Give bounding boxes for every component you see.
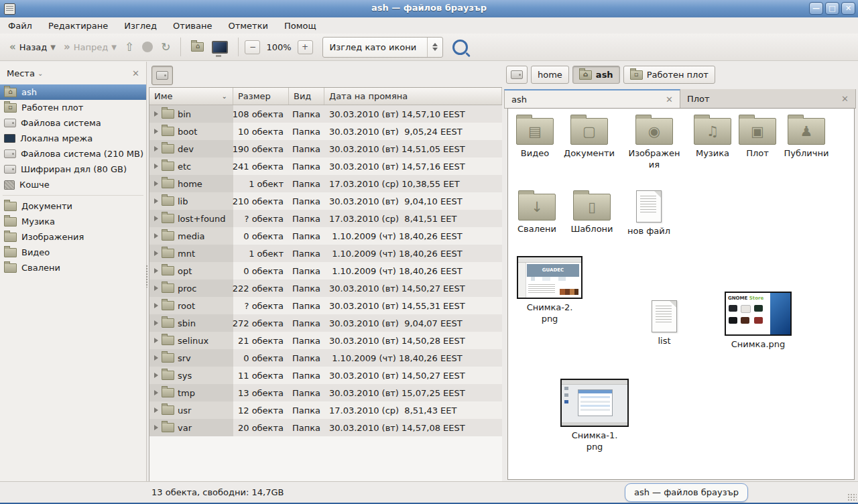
stop-button[interactable]: [138, 39, 157, 55]
expander-icon[interactable]: [154, 198, 158, 204]
file-item-snimka[interactable]: GNOME Store Снимка.png: [726, 292, 790, 351]
menu-file[interactable]: Файл: [7, 19, 34, 32]
expander-icon[interactable]: [154, 111, 158, 117]
expander-icon[interactable]: [154, 216, 158, 221]
sidebar-item-pictures[interactable]: Изображения: [0, 229, 146, 245]
back-button[interactable]: « Назад ▼: [5, 38, 60, 56]
file-item-list[interactable]: list: [632, 300, 696, 347]
zoom-in-button[interactable]: +: [298, 40, 313, 54]
menu-go[interactable]: Отиване: [172, 19, 213, 32]
table-row[interactable]: proc222 обектаПапка30.03.2010 (вт) 14,50…: [149, 279, 502, 297]
tab-ash[interactable]: ash ✕: [504, 89, 680, 108]
expander-icon[interactable]: [154, 286, 158, 291]
sidebar-item-trash[interactable]: Кошче: [0, 177, 146, 192]
table-row[interactable]: lost+found? обектаПапка17.03.2010 (ср) 8…: [149, 210, 502, 227]
sidebar-item-filesystem[interactable]: Файлова система: [0, 115, 146, 131]
sidebar-item-music[interactable]: Музика: [0, 214, 146, 229]
table-row[interactable]: bin108 обектаПапка30.03.2010 (вт) 14,57,…: [149, 105, 502, 123]
pane-splitter[interactable]: [145, 265, 148, 288]
table-row[interactable]: opt0 обектаПапка 1.10.2009 (чт) 18,40,26…: [149, 262, 502, 279]
sidebar-item-documents[interactable]: Документи: [0, 198, 146, 214]
menu-view[interactable]: Изглед: [123, 19, 158, 32]
path-home-button[interactable]: home: [531, 66, 569, 84]
column-header-size[interactable]: Размер: [233, 88, 289, 105]
expander-icon[interactable]: [154, 146, 158, 151]
sidebar-item-videos[interactable]: Видео: [0, 245, 146, 260]
resize-grip[interactable]: [847, 493, 857, 502]
icon-view[interactable]: ▤ Видео ▢ Документи ◉ Изображен ия ♫ Муз…: [507, 108, 855, 480]
table-row[interactable]: selinux21 обектаПапка30.03.2010 (вт) 14,…: [149, 332, 502, 349]
table-row[interactable]: home1 обектПапка17.03.2010 (ср) 10,38,55…: [149, 175, 502, 192]
expander-icon[interactable]: [154, 181, 158, 186]
table-row[interactable]: media0 обектаПапка 1.10.2009 (чт) 18,40,…: [149, 227, 502, 245]
zoom-out-button[interactable]: −: [245, 40, 260, 54]
tab-plot[interactable]: Плот ✕: [680, 89, 856, 108]
expander-icon[interactable]: [154, 268, 158, 273]
expander-icon[interactable]: [154, 338, 158, 343]
file-item-snimka1[interactable]: Снимка-1. png: [562, 379, 627, 453]
close-button[interactable]: ✕: [841, 2, 855, 15]
home-button[interactable]: ⌂: [187, 40, 208, 54]
table-row[interactable]: lib210 обектаПапка30.03.2010 (вт) 9,04,1…: [149, 192, 502, 210]
folder-item-public[interactable]: ♟ Публични: [774, 118, 839, 160]
menu-bookmarks[interactable]: Отметки: [227, 19, 269, 32]
expander-icon[interactable]: [154, 251, 158, 256]
reload-button[interactable]: ↻: [157, 38, 174, 56]
file-item-new-file[interactable]: нов файл: [617, 190, 681, 237]
folder-item-documents[interactable]: ▢ Документи: [557, 118, 621, 160]
folder-item-templates[interactable]: ▯ Шаблони: [560, 194, 624, 235]
file-item-snimka2[interactable]: GUADEC Снимка-2. png: [517, 256, 582, 325]
sidebar-item-downloads[interactable]: Свалени: [0, 260, 146, 275]
up-button[interactable]: ⇧: [121, 38, 138, 56]
table-row[interactable]: tmp13 обектаПапка30.03.2010 (вт) 15,07,2…: [149, 384, 502, 401]
minimize-button[interactable]: —: [809, 2, 823, 15]
tab-close-icon[interactable]: ✕: [666, 94, 673, 105]
sidebar-item-home[interactable]: ⌂ ash: [0, 84, 146, 100]
table-row[interactable]: sbin272 обектаПапка30.03.2010 (вт) 9,04,…: [149, 314, 502, 332]
table-row[interactable]: etc241 обектаПапка30.03.2010 (вт) 14,57,…: [149, 158, 502, 175]
computer-button[interactable]: [208, 38, 232, 56]
table-row[interactable]: root? обектаПапка30.03.2010 (вт) 14,55,3…: [149, 297, 502, 314]
expander-icon[interactable]: [154, 390, 158, 395]
root-path-button[interactable]: [151, 66, 173, 85]
table-row[interactable]: var20 обектаПапка30.03.2010 (вт) 14,57,0…: [149, 419, 502, 436]
table-row[interactable]: boot10 обектаПапка30.03.2010 (вт) 9,05,2…: [149, 123, 502, 140]
forward-button[interactable]: » Напред ▼: [60, 38, 121, 56]
view-mode-select[interactable]: Изглед като икони: [322, 37, 444, 58]
menu-edit[interactable]: Редактиране: [47, 19, 109, 32]
sidebar-item-filesystem-210mb[interactable]: Файлова система (210 MB): [0, 146, 146, 162]
forward-dropdown-icon[interactable]: ▼: [111, 44, 117, 51]
sidebar-close-icon[interactable]: ✕: [132, 68, 139, 78]
expander-icon[interactable]: [154, 129, 158, 134]
table-row[interactable]: sys11 обектаПапка30.03.2010 (вт) 14,50,2…: [149, 367, 502, 384]
table-row[interactable]: srv0 обектаПапка 1.10.2009 (чт) 18,40,26…: [149, 349, 502, 367]
back-dropdown-icon[interactable]: ▼: [50, 44, 56, 51]
column-header-date[interactable]: Дата на промяна: [324, 88, 502, 105]
menu-help[interactable]: Помощ: [283, 19, 318, 32]
expander-icon[interactable]: [154, 233, 158, 239]
folder-item-pictures[interactable]: ◉ Изображен ия: [622, 118, 686, 171]
expander-icon[interactable]: [154, 320, 158, 326]
sidebar-title[interactable]: Места: [7, 68, 35, 78]
expander-icon[interactable]: [154, 303, 158, 308]
search-icon[interactable]: [452, 40, 468, 55]
sidebar-chevron-icon[interactable]: ⌄: [38, 70, 43, 77]
path-desktop-button[interactable]: ▫ Работен плот: [623, 66, 715, 84]
tab-close-icon[interactable]: ✕: [841, 94, 849, 104]
sidebar-item-encrypted-80gb[interactable]: Шифриран дял (80 GB): [0, 162, 146, 177]
table-row[interactable]: dev190 обектаПапка30.03.2010 (вт) 14,51,…: [149, 140, 502, 158]
expander-icon[interactable]: [154, 425, 158, 430]
table-row[interactable]: mnt1 обектПапка 1.10.2009 (чт) 18,40,26 …: [149, 245, 502, 262]
table-row[interactable]: usr12 обектаПапка17.03.2010 (ср) 8,51,43…: [149, 401, 502, 419]
maximize-button[interactable]: □: [825, 2, 839, 15]
path-root-button[interactable]: [506, 66, 528, 84]
column-header-kind[interactable]: Вид: [289, 88, 324, 105]
expander-icon[interactable]: [154, 355, 158, 361]
sidebar-item-desktop[interactable]: ▫ Работен плот: [0, 100, 146, 115]
sidebar-item-network[interactable]: Локална мрежа: [0, 131, 146, 146]
path-current-button[interactable]: ⌂ ash: [572, 66, 620, 84]
expander-icon[interactable]: [154, 407, 158, 413]
expander-icon[interactable]: [154, 373, 158, 378]
column-header-name[interactable]: Име ⌄: [149, 88, 233, 105]
expander-icon[interactable]: [154, 164, 158, 169]
